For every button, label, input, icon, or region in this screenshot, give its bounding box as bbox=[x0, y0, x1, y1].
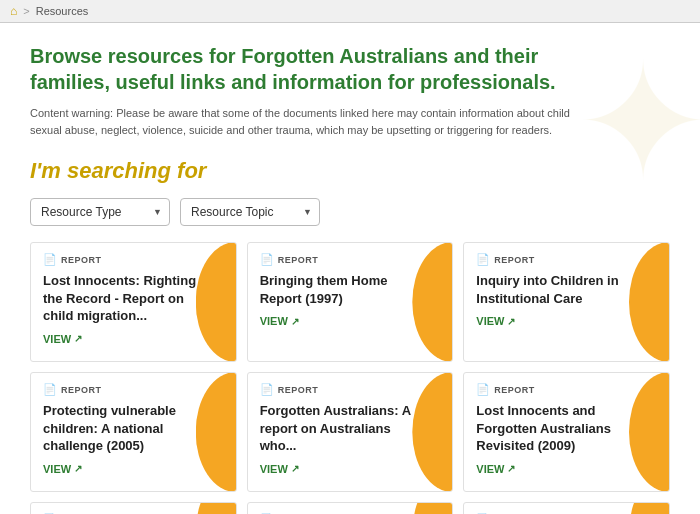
view-label-3: VIEW bbox=[476, 315, 504, 327]
resource-type-wrapper: Resource Type bbox=[30, 198, 170, 226]
card-view-link-6[interactable]: VIEW ↗ bbox=[476, 463, 657, 475]
card-type-row-3: 📄 REPORT bbox=[476, 253, 657, 266]
cards-grid: 📄 REPORT Lost Innocents: Righting the Re… bbox=[30, 242, 670, 492]
ext-link-icon-4: ↗ bbox=[74, 463, 82, 474]
ext-link-icon-1: ↗ bbox=[74, 333, 82, 344]
view-label-2: VIEW bbox=[260, 315, 288, 327]
breadcrumb-separator: > bbox=[23, 5, 29, 17]
card-4: 📄 REPORT Protecting vulnerable children:… bbox=[30, 372, 237, 492]
breadcrumb-resources: Resources bbox=[36, 5, 89, 17]
card-title-3: Inquiry into Children in Institutional C… bbox=[476, 272, 636, 307]
card-type-row-2: 📄 REPORT bbox=[260, 253, 441, 266]
partial-card-accent-2 bbox=[412, 503, 452, 514]
page-wrapper: ⌂ > Resources ✦ Browse resources for For… bbox=[0, 0, 700, 514]
card-type-label-1: REPORT bbox=[61, 255, 102, 265]
card-type-row-6: 📄 REPORT bbox=[476, 383, 657, 396]
partial-card-accent-1 bbox=[196, 503, 236, 514]
home-icon[interactable]: ⌂ bbox=[10, 4, 17, 18]
content-warning: Content warning: Please be aware that so… bbox=[30, 105, 590, 138]
ext-link-icon-3: ↗ bbox=[507, 316, 515, 327]
card-view-link-5[interactable]: VIEW ↗ bbox=[260, 463, 441, 475]
card-view-link-4[interactable]: VIEW ↗ bbox=[43, 463, 224, 475]
card-type-label-3: REPORT bbox=[494, 255, 535, 265]
card-6: 📄 REPORT Lost Innocents and Forgotten Au… bbox=[463, 372, 670, 492]
card-title-5: Forgotten Australians: A report on Austr… bbox=[260, 402, 420, 455]
card-5: 📄 REPORT Forgotten Australians: A report… bbox=[247, 372, 454, 492]
card-type-label-4: REPORT bbox=[61, 385, 102, 395]
ext-link-icon-5: ↗ bbox=[291, 463, 299, 474]
resource-topic-select[interactable]: Resource Topic bbox=[180, 198, 320, 226]
doc-icon-4: 📄 bbox=[43, 383, 57, 396]
card-3: 📄 REPORT Inquiry into Children in Instit… bbox=[463, 242, 670, 362]
card-type-row-5: 📄 REPORT bbox=[260, 383, 441, 396]
resource-type-select[interactable]: Resource Type bbox=[30, 198, 170, 226]
card-view-link-1[interactable]: VIEW ↗ bbox=[43, 333, 224, 345]
ext-link-icon-6: ↗ bbox=[507, 463, 515, 474]
card-type-label-2: REPORT bbox=[278, 255, 319, 265]
card-view-link-2[interactable]: VIEW ↗ bbox=[260, 315, 441, 327]
card-2: 📄 REPORT Bringing them Home Report (1997… bbox=[247, 242, 454, 362]
view-label-1: VIEW bbox=[43, 333, 71, 345]
card-title-4: Protecting vulnerable children: A nation… bbox=[43, 402, 203, 455]
card-title-2: Bringing them Home Report (1997) bbox=[260, 272, 420, 307]
partial-card-3: 📄 BOOKLET Forgotten bbox=[463, 502, 670, 514]
content-area: ✦ Browse resources for Forgotten Austral… bbox=[0, 23, 700, 514]
card-type-label-6: REPORT bbox=[494, 385, 535, 395]
partial-card-2: 📄 BOOKLET You Can't Forget bbox=[247, 502, 454, 514]
view-label-5: VIEW bbox=[260, 463, 288, 475]
card-view-link-3[interactable]: VIEW ↗ bbox=[476, 315, 657, 327]
resource-topic-wrapper: Resource Topic bbox=[180, 198, 320, 226]
view-label-6: VIEW bbox=[476, 463, 504, 475]
doc-icon-1: 📄 bbox=[43, 253, 57, 266]
card-type-label-5: REPORT bbox=[278, 385, 319, 395]
ext-link-icon-2: ↗ bbox=[291, 316, 299, 327]
card-1: 📄 REPORT Lost Innocents: Righting the Re… bbox=[30, 242, 237, 362]
filters-row: Resource Type Resource Topic bbox=[30, 198, 670, 226]
card-title-1: Lost Innocents: Righting the Record - Re… bbox=[43, 272, 203, 325]
browser-bar: ⌂ > Resources bbox=[0, 0, 700, 23]
page-title: Browse resources for Forgotten Australia… bbox=[30, 43, 590, 95]
doc-icon-6: 📄 bbox=[476, 383, 490, 396]
search-heading: I'm searching for bbox=[30, 158, 670, 184]
card-title-6: Lost Innocents and Forgotten Australians… bbox=[476, 402, 636, 455]
doc-icon-2: 📄 bbox=[260, 253, 274, 266]
card-type-row-1: 📄 REPORT bbox=[43, 253, 224, 266]
doc-icon-3: 📄 bbox=[476, 253, 490, 266]
partial-cards-grid: 📄 REPORT No Child Should 📄 BOOKLET You C… bbox=[30, 502, 670, 514]
partial-card-1: 📄 REPORT No Child Should bbox=[30, 502, 237, 514]
view-label-4: VIEW bbox=[43, 463, 71, 475]
doc-icon-5: 📄 bbox=[260, 383, 274, 396]
card-type-row-4: 📄 REPORT bbox=[43, 383, 224, 396]
partial-card-accent-3 bbox=[629, 503, 669, 514]
